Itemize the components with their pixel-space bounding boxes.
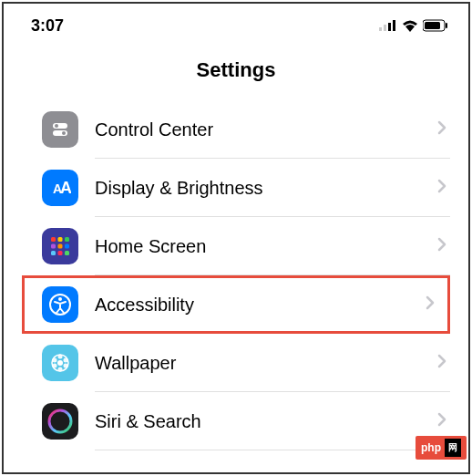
svg-point-25 (57, 360, 63, 366)
chevron-right-icon (437, 412, 446, 430)
display-icon: A A (42, 170, 78, 206)
row-accessibility[interactable]: Accessibility (22, 275, 450, 334)
chevron-right-icon (437, 354, 446, 372)
row-wallpaper[interactable]: Wallpaper (4, 334, 468, 392)
svg-point-26 (58, 355, 63, 359)
header: Settings (4, 44, 468, 100)
svg-point-10 (62, 131, 66, 135)
row-label: Wallpaper (95, 353, 437, 374)
row-label: Control Center (95, 119, 437, 140)
watermark: php 网 (416, 436, 467, 460)
siri-icon (42, 403, 78, 440)
chevron-right-icon (437, 237, 446, 255)
svg-rect-18 (65, 244, 69, 249)
watermark-text: php (421, 441, 441, 454)
svg-rect-6 (446, 23, 447, 28)
settings-list: Control Center A A Display & Brightness (4, 100, 468, 450)
row-display-brightness[interactable]: A A Display & Brightness (4, 159, 468, 217)
svg-point-32 (49, 410, 71, 432)
chevron-right-icon (426, 295, 435, 314)
svg-point-23 (58, 297, 62, 301)
chevron-right-icon (437, 179, 446, 197)
status-icons (379, 19, 448, 32)
row-label: Display & Brightness (95, 178, 437, 199)
row-siri-search[interactable]: Siri & Search (4, 392, 468, 450)
svg-point-8 (55, 124, 58, 128)
row-control-center[interactable]: Control Center (4, 100, 468, 159)
svg-point-31 (53, 358, 57, 363)
svg-rect-1 (384, 25, 386, 31)
svg-text:A: A (60, 179, 71, 197)
row-label: Accessibility (95, 295, 426, 316)
row-label: Siri & Search (95, 411, 437, 432)
chevron-right-icon (437, 120, 446, 139)
accessibility-icon (42, 286, 78, 323)
svg-rect-0 (379, 27, 382, 31)
svg-point-29 (58, 367, 63, 372)
svg-rect-14 (58, 237, 63, 242)
svg-rect-3 (393, 20, 395, 31)
svg-point-27 (64, 358, 68, 363)
battery-icon (423, 19, 448, 32)
svg-rect-16 (51, 244, 56, 249)
svg-rect-17 (58, 244, 63, 249)
page-title: Settings (4, 58, 468, 82)
svg-point-28 (64, 364, 68, 368)
wifi-icon (402, 19, 418, 32)
svg-rect-13 (51, 237, 56, 242)
svg-rect-5 (425, 22, 440, 29)
row-label: Home Screen (95, 236, 437, 257)
svg-rect-15 (65, 237, 69, 242)
home-screen-icon (42, 228, 78, 264)
control-center-icon (42, 111, 78, 148)
row-home-screen[interactable]: Home Screen (4, 217, 468, 275)
svg-rect-20 (58, 251, 63, 255)
svg-point-30 (53, 364, 57, 368)
wallpaper-icon (42, 345, 78, 381)
status-bar: 3:07 (4, 4, 468, 44)
svg-rect-19 (51, 251, 56, 255)
watermark-suffix: 网 (445, 439, 461, 457)
svg-rect-2 (388, 23, 391, 31)
svg-rect-21 (65, 251, 69, 255)
cellular-signal-icon (379, 20, 397, 31)
status-time: 3:07 (31, 16, 64, 36)
